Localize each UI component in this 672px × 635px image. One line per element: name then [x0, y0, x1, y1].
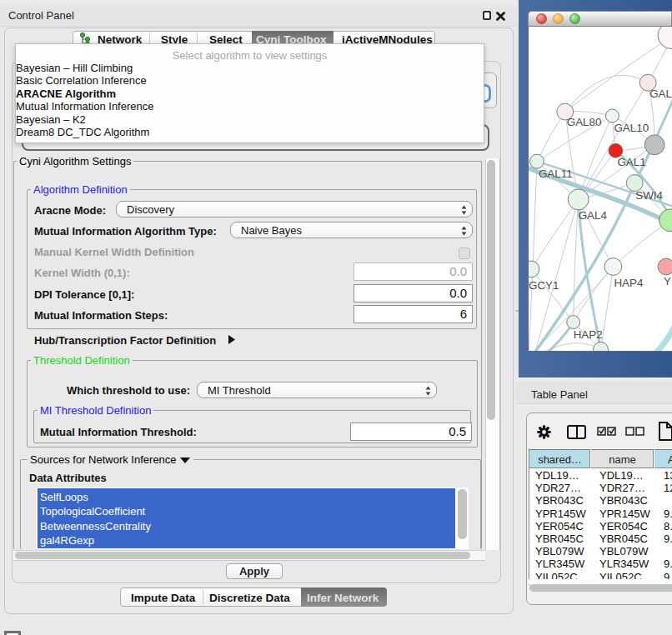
- svg-text:GAL10: GAL10: [614, 122, 649, 134]
- svg-text:GAL80: GAL80: [567, 116, 602, 128]
- svg-text:GAL1: GAL1: [617, 156, 645, 168]
- svg-text:HAP2: HAP2: [574, 328, 603, 341]
- svg-text:GCY1: GCY1: [529, 279, 559, 292]
- svg-text:SWI4: SWI4: [635, 189, 663, 202]
- svg-text:HAP4: HAP4: [614, 277, 644, 289]
- svg-text:GAL11: GAL11: [539, 168, 573, 180]
- svg-text:GAL: GAL: [649, 88, 672, 100]
- svg-text:Y: Y: [664, 275, 671, 288]
- svg-text:GAL4: GAL4: [579, 209, 608, 222]
